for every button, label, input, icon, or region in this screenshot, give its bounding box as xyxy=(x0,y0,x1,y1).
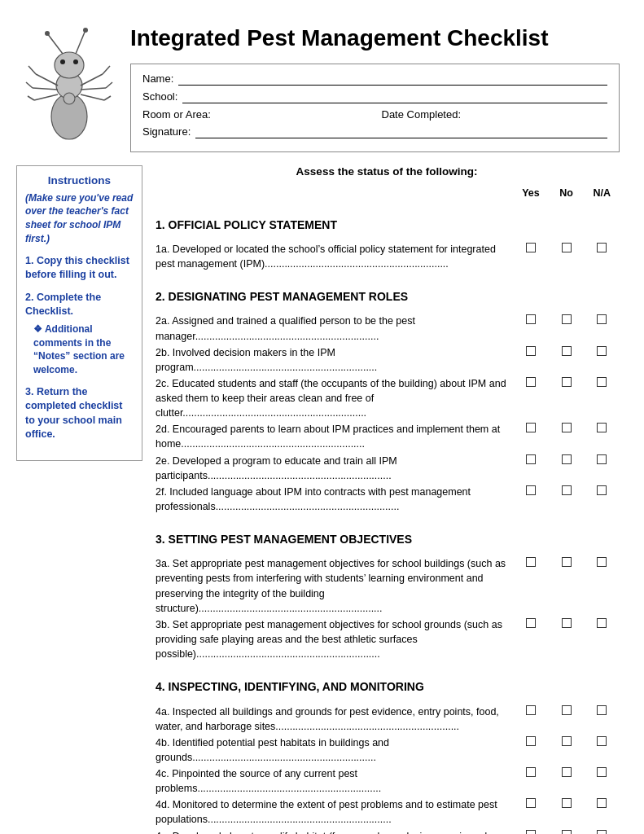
checkbox-na-2d[interactable] xyxy=(584,421,620,452)
checkbox-no-icon[interactable] xyxy=(562,243,572,252)
checkbox-na-4e[interactable] xyxy=(584,828,620,834)
checkbox-na-1a[interactable] xyxy=(584,241,620,272)
checkbox-yes-4a[interactable] xyxy=(513,704,549,735)
checkbox-na-icon[interactable] xyxy=(597,736,607,746)
checkbox-yes-4c[interactable] xyxy=(513,766,549,797)
checkbox-na-4a[interactable] xyxy=(584,704,620,735)
checkbox-yes-icon[interactable] xyxy=(526,454,536,464)
checkbox-no-icon[interactable] xyxy=(562,423,572,432)
checkbox-yes-icon[interactable] xyxy=(526,377,536,387)
checkbox-na-2c[interactable] xyxy=(584,375,620,421)
checkbox-no-icon[interactable] xyxy=(562,830,572,834)
checkbox-yes-icon[interactable] xyxy=(526,736,536,746)
checkbox-no-2d[interactable] xyxy=(549,421,585,452)
checkbox-na-2a[interactable] xyxy=(584,313,620,344)
checkbox-yes-2e[interactable] xyxy=(513,453,549,484)
checkbox-yes-icon[interactable] xyxy=(526,798,536,808)
checkbox-yes-4b[interactable] xyxy=(513,735,549,766)
checkbox-yes-icon[interactable] xyxy=(526,830,536,834)
school-label: School: xyxy=(142,90,177,103)
checkbox-yes-2f[interactable] xyxy=(513,484,549,515)
checkbox-na-2f[interactable] xyxy=(584,484,620,515)
section-title-2: 2. DESIGNATING PEST MANAGEMENT ROLES xyxy=(156,288,618,305)
checkbox-no-icon[interactable] xyxy=(562,618,572,628)
checkbox-no-icon[interactable] xyxy=(562,485,572,495)
checkbox-na-icon[interactable] xyxy=(597,767,607,777)
checkbox-yes-icon[interactable] xyxy=(526,618,536,628)
checkbox-na-2e[interactable] xyxy=(584,453,620,484)
checkbox-yes-2a[interactable] xyxy=(513,313,549,344)
checkbox-no-4b[interactable] xyxy=(549,735,585,766)
main-content: Assess the status of the following: Yes … xyxy=(154,165,620,834)
checkbox-yes-icon[interactable] xyxy=(526,485,536,495)
table-row: 3b. Set appropriate pest management obje… xyxy=(154,617,620,662)
checkbox-na-icon[interactable] xyxy=(597,557,607,567)
checkbox-yes-icon[interactable] xyxy=(526,243,536,252)
checkbox-yes-3b[interactable] xyxy=(513,617,549,662)
checkbox-no-2e[interactable] xyxy=(549,453,585,484)
checkbox-no-icon[interactable] xyxy=(562,557,572,567)
checkbox-no-2a[interactable] xyxy=(549,313,585,344)
checkbox-yes-1a[interactable] xyxy=(513,241,549,272)
checkbox-na-icon[interactable] xyxy=(597,377,607,387)
table-row: 1a. Developed or located the school’s of… xyxy=(154,241,620,272)
checkbox-na-3b[interactable] xyxy=(584,617,620,662)
checkbox-yes-icon[interactable] xyxy=(526,557,536,567)
checkbox-yes-2b[interactable] xyxy=(513,345,549,375)
checkbox-na-icon[interactable] xyxy=(597,830,607,834)
checkbox-no-3b[interactable] xyxy=(549,617,585,662)
checkbox-no-4c[interactable] xyxy=(549,766,585,797)
checkbox-na-icon[interactable] xyxy=(597,346,607,356)
table-row: 2b. Involved decision makers in the IPM … xyxy=(154,345,620,375)
checkbox-no-2b[interactable] xyxy=(549,345,585,375)
checkbox-no-3a[interactable] xyxy=(549,555,585,617)
checkbox-na-4d[interactable] xyxy=(584,797,620,827)
checkbox-no-icon[interactable] xyxy=(562,454,572,464)
checkbox-na-icon[interactable] xyxy=(597,705,607,715)
checkbox-na-2b[interactable] xyxy=(584,345,620,375)
checkbox-yes-4d[interactable] xyxy=(513,797,549,827)
name-line xyxy=(178,72,607,86)
checkbox-yes-2c[interactable] xyxy=(513,375,549,421)
item-label-1a: 1a. Developed or located the school’s of… xyxy=(154,241,513,272)
checkbox-no-2f[interactable] xyxy=(549,484,585,515)
checkbox-yes-icon[interactable] xyxy=(526,314,536,324)
section-title-1: 1. OFFICIAL POLICY STATEMENT xyxy=(156,217,618,233)
checkbox-na-icon[interactable] xyxy=(597,454,607,464)
checkbox-yes-icon[interactable] xyxy=(526,767,536,777)
checkbox-no-1a[interactable] xyxy=(549,241,585,272)
col-header-no: No xyxy=(549,187,585,200)
checkbox-no-4a[interactable] xyxy=(549,704,585,735)
checkbox-na-icon[interactable] xyxy=(597,618,607,628)
checkbox-na-3a[interactable] xyxy=(584,555,620,617)
checkbox-no-icon[interactable] xyxy=(562,314,572,324)
svg-line-12 xyxy=(26,82,33,88)
checkbox-yes-icon[interactable] xyxy=(526,346,536,356)
checkbox-no-4d[interactable] xyxy=(549,797,585,827)
checkbox-na-icon[interactable] xyxy=(597,798,607,808)
checkbox-yes-4e[interactable] xyxy=(513,828,549,834)
checkbox-no-icon[interactable] xyxy=(562,767,572,777)
name-label: Name: xyxy=(142,72,173,85)
svg-line-9 xyxy=(36,74,58,86)
checkbox-no-icon[interactable] xyxy=(562,798,572,808)
checkbox-no-icon[interactable] xyxy=(562,377,572,387)
svg-point-8 xyxy=(83,28,88,33)
checkbox-yes-2d[interactable] xyxy=(513,421,549,452)
checkbox-no-4e[interactable] xyxy=(549,828,585,834)
checkbox-no-icon[interactable] xyxy=(562,346,572,356)
checkbox-na-icon[interactable] xyxy=(597,423,607,432)
checkbox-yes-icon[interactable] xyxy=(526,423,536,432)
checkbox-no-2c[interactable] xyxy=(549,375,585,421)
checkbox-yes-3a[interactable] xyxy=(513,555,549,617)
svg-point-6 xyxy=(45,31,50,36)
checkbox-na-icon[interactable] xyxy=(597,314,607,324)
checkbox-no-icon[interactable] xyxy=(562,705,572,715)
checkbox-no-icon[interactable] xyxy=(562,736,572,746)
checkbox-na-icon[interactable] xyxy=(597,485,607,495)
table-row: 3a. Set appropriate pest management obje… xyxy=(154,555,620,617)
checkbox-yes-icon[interactable] xyxy=(526,705,536,715)
checkbox-na-icon[interactable] xyxy=(597,243,607,252)
checkbox-na-4c[interactable] xyxy=(584,766,620,797)
checkbox-na-4b[interactable] xyxy=(584,735,620,766)
